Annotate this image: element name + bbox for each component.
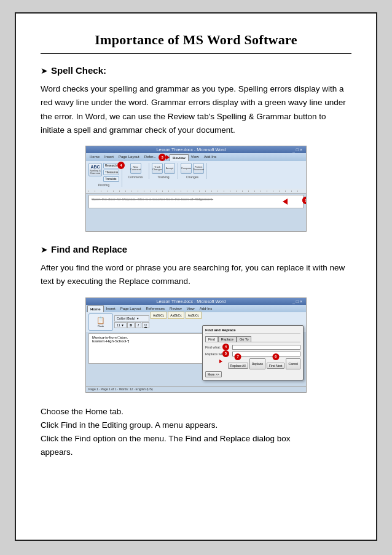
tab-insert: Insert [102, 154, 116, 161]
circle-4-dialog: 4 [222, 344, 229, 350]
tab-view: View [189, 154, 202, 161]
instruction-3: Click the Find option on the menu. The F… [41, 432, 351, 446]
circle-5-dialog: 5 [222, 350, 229, 357]
autocorrect-btn: AaBbCc [151, 312, 167, 319]
tab-pagelayout: Page Layout [116, 154, 142, 161]
circle-3: 3 [159, 154, 166, 161]
instruction-2: Click Find in the Editing group. A menu … [41, 419, 351, 432]
instruction-3-text: Click the Find option on the menu. The F… [41, 434, 291, 443]
screenshot1-container: Lesson Three.docx - Microsoft Word _ □ ×… [41, 146, 351, 232]
tab-addins: Add-Ins [202, 154, 219, 161]
dialog-tab-replace: Replace [218, 336, 237, 342]
more-btn-row: More >> [205, 371, 300, 377]
tab-home: Home [87, 154, 102, 161]
find-replace-dialog: Find and Replace Find Replace Go To Find… [202, 325, 304, 380]
dialog-title: Find and Replace [205, 328, 300, 334]
screenshot1-box: Lesson Three.docx - Microsoft Word _ □ ×… [85, 146, 307, 232]
tab2-pagelayout: Page Layout [118, 305, 144, 312]
comments-label: Comments [128, 175, 143, 179]
dialog-buttons: 7 Replace All Replace 6 Find Next Cancel [205, 358, 300, 369]
paste-label: Paste [98, 325, 104, 328]
screenshot1-titlebar: Lesson Three.docx - Microsoft Word _ □ × [86, 146, 306, 153]
instructions-section: Choose the Home tab. Click Find in the E… [41, 405, 351, 460]
instruction-3b: appears. [41, 446, 351, 459]
compare-btn: Compare [181, 163, 192, 174]
font-btns: Calibri (Body) ▼ 11 ▼ B I U [114, 315, 149, 328]
more-btn[interactable]: More >> [205, 371, 222, 377]
replace-with-row: Replace with: 5 [205, 352, 300, 356]
compare-label: Compare [181, 167, 191, 170]
instruction-3b-text: appears. [41, 447, 73, 457]
find-next-btn[interactable]: Find Next [267, 363, 284, 369]
window-controls: _ □ × [292, 299, 302, 304]
ruler [86, 189, 306, 194]
replace-all-btn[interactable]: Replace All [228, 363, 248, 369]
strikethrough-text: Open-the-door-for-Mayrala.-She-is-a-teac… [92, 197, 213, 201]
tab-references: Refer... [142, 154, 159, 161]
doc-area-1: Open-the-door-for-Mayrala.-She-is-a-teac… [86, 195, 306, 208]
arrow-left-icon [283, 199, 288, 205]
dialog-tab-find: Find [205, 336, 218, 342]
font-size-row: 11 ▼ B I U [114, 322, 149, 328]
arrow-replace-all [219, 360, 222, 363]
proofing-label: Proofing [98, 183, 110, 187]
circle-7-dialog: 7 [235, 353, 241, 360]
new-comment-btn: NewComment [130, 163, 141, 174]
new-comment-label: NewComment [130, 166, 141, 171]
circle-6-dialog: 6 [272, 353, 279, 360]
screenshot1-ribbon: 4 ABC Spelling & Grammar Re [86, 161, 306, 189]
find-input-wrapper: 4 [232, 345, 300, 350]
cancel-btn[interactable]: Cancel [286, 358, 300, 369]
replace-btn[interactable]: Replace [249, 358, 265, 369]
find-input[interactable] [232, 345, 300, 350]
ribbon2-left: 📋 Paste Calibri (Body) ▼ 11 ▼ B I U [88, 313, 149, 331]
font-select: Calibri (Body) ▼ [114, 315, 149, 321]
comments-btns: NewComment [130, 163, 141, 174]
dialog-tabs: Find Replace Go To [205, 336, 300, 342]
spell-check-title: Spell Check: [51, 65, 106, 76]
statusbar-2: Page 1 · Page 1 of 1 · Words: 12 · Engli… [86, 386, 306, 392]
find-next-wrapper: 6 Find Next [267, 358, 284, 369]
paste-btn: 📋 Paste [88, 313, 113, 331]
replace-all-wrapper: 7 Replace All [228, 358, 248, 369]
instruction-1: Choose the Home tab. [41, 405, 351, 419]
spell-check-body: Word checks your spelling and grammar as… [41, 82, 351, 137]
screenshot1-tabs: Home Insert Page Layout Refer... 3 Revie… [86, 153, 306, 161]
proofing-group-wrapper: 4 ABC Spelling & Grammar Re [88, 163, 122, 187]
arrow-icon-2: ➤ [41, 245, 48, 255]
changes-group: Compare ProtectDocument Changes [181, 163, 207, 179]
changes-btns: Compare ProtectDocument [181, 163, 204, 174]
doc-text-1: Open-the-door-for-Mayrala.-She-is-a-teac… [88, 195, 304, 208]
comments-group: NewComment Comments [125, 163, 149, 179]
circle-4: 4 [117, 162, 125, 169]
find-replace-title: Find and Replace [51, 244, 127, 254]
accept-label: Accept [166, 167, 173, 170]
protect-btn: ProtectDocument [193, 163, 204, 174]
translate-btn: Translate [103, 176, 119, 182]
screenshot2-box: Lesson Three.docx - Microsoft Word _ □ ×… [85, 297, 307, 393]
statusbar-text-2: Page 1 · Page 1 of 1 · Words: 12 · Engli… [88, 387, 153, 391]
replace-input[interactable] [232, 352, 300, 356]
tab2-home: Home [87, 305, 104, 312]
proofing-btns: ABC Spelling & Grammar Research Thesauru… [88, 163, 119, 182]
tracking-group: TrackChanges Accept Tracking [152, 163, 178, 179]
screenshot2-container: Lesson Three.docx - Microsoft Word _ □ ×… [41, 297, 351, 393]
autocomplete-btn: AaBbCc [168, 312, 184, 319]
tracking-btns: TrackChanges Accept [152, 163, 175, 174]
replace-input-wrapper: 5 [232, 352, 300, 356]
italic-btn: I [135, 322, 141, 328]
find-what-row: Find what: 4 [205, 345, 300, 350]
thesaurus-btn: Thesaurus [103, 170, 119, 175]
arrow-annotation [283, 199, 288, 205]
spelling-btn: ABC Spelling & Grammar [88, 163, 102, 176]
tracking-group-label: Tracking [158, 175, 170, 179]
paste-icon: 📋 [96, 317, 105, 325]
auto-btns: AaBbCc AaBbCc AaBbCc [151, 312, 202, 319]
autofill-btn: AaBbCc [186, 312, 202, 319]
tab2-insert: Insert [104, 305, 118, 312]
arrow-icon-1: ➤ [41, 66, 48, 76]
tracking-btn: TrackChanges [152, 163, 163, 174]
dialog-tab-goto: Go To [237, 336, 252, 342]
changes-label: Changes [186, 175, 198, 179]
page-container: Importance of MS Word Software ➤ Spell C… [15, 12, 377, 541]
